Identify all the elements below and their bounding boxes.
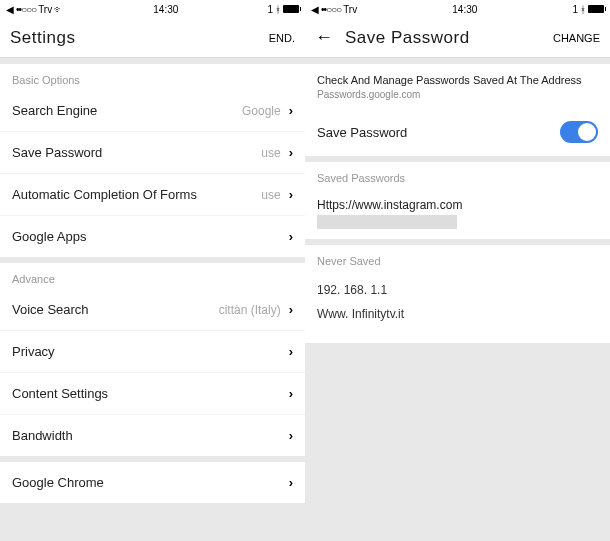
never-saved-item[interactable]: 192. 168. 1.1 <box>317 283 598 297</box>
row-label: Content Settings <box>12 386 289 401</box>
end-button[interactable]: END. <box>269 32 295 44</box>
status-left: ◀ ••○○○ Trv ᯤ <box>6 4 64 15</box>
never-saved-item[interactable]: Www. Infinitytv.it <box>317 307 598 321</box>
intro-text: Check And Manage Passwords Saved At The … <box>305 64 610 108</box>
row-label: Save Password <box>12 145 261 160</box>
status-time: 14:30 <box>452 4 477 15</box>
save-password-row[interactable]: Save Password use › <box>0 132 305 174</box>
status-right: 1ᚼ <box>572 4 604 15</box>
page-title: Settings <box>10 28 75 48</box>
chevron-right-icon: › <box>289 386 293 401</box>
status-time: 14:30 <box>153 4 178 15</box>
back-arrow-icon[interactable]: ← <box>315 27 333 48</box>
chevron-right-icon: › <box>289 187 293 202</box>
saved-url: Https://www.instagram.com <box>317 198 598 212</box>
row-value: use <box>261 188 280 202</box>
save-password-toggle-row: Save Password <box>305 108 610 156</box>
row-label: Google Apps <box>12 229 289 244</box>
status-left: ◀ ••○○○ Trv <box>311 4 357 15</box>
status-bar: ◀ ••○○○ Trv ᯤ 14:30 1ᚼ <box>0 0 305 18</box>
row-label: Save Password <box>317 125 560 140</box>
status-right: 1ᚼ <box>267 4 299 15</box>
autocomplete-forms-row[interactable]: Automatic Completion Of Forms use › <box>0 174 305 216</box>
google-apps-row[interactable]: Google Apps › <box>0 216 305 257</box>
row-label: Automatic Completion Of Forms <box>12 187 261 202</box>
voice-search-row[interactable]: Voice Search cittàn (Italy) › <box>0 289 305 331</box>
saved-passwords-header: Saved Passwords <box>305 162 610 188</box>
advance-section-header: Advance <box>0 263 305 289</box>
google-chrome-row[interactable]: Google Chrome › <box>0 462 305 503</box>
page-title: Save Password <box>345 28 470 48</box>
row-value: Google <box>242 104 281 118</box>
change-button[interactable]: CHANGE <box>553 32 600 44</box>
privacy-row[interactable]: Privacy › <box>0 331 305 373</box>
row-label: Bandwidth <box>12 428 289 443</box>
settings-header: Settings END. <box>0 18 305 58</box>
basic-section-header: Basic Options <box>0 64 305 90</box>
row-label: Voice Search <box>12 302 219 317</box>
chevron-right-icon: › <box>289 145 293 160</box>
row-label: Search Engine <box>12 103 242 118</box>
password-mask <box>317 215 457 229</box>
search-engine-row[interactable]: Search Engine Google › <box>0 90 305 132</box>
save-password-header: ← Save Password CHANGE <box>305 18 610 58</box>
save-password-toggle[interactable] <box>560 121 598 143</box>
bandwidth-row[interactable]: Bandwidth › <box>0 415 305 456</box>
passwords-link[interactable]: Passwords.google.com <box>317 89 598 100</box>
never-saved-header: Never Saved <box>305 245 610 271</box>
chevron-right-icon: › <box>289 428 293 443</box>
chevron-right-icon: › <box>289 103 293 118</box>
row-value: use <box>261 146 280 160</box>
content-settings-row[interactable]: Content Settings › <box>0 373 305 415</box>
saved-password-item[interactable]: Https://www.instagram.com <box>305 188 610 239</box>
chevron-right-icon: › <box>289 344 293 359</box>
row-value: cittàn (Italy) <box>219 303 281 317</box>
chevron-right-icon: › <box>289 475 293 490</box>
row-label: Google Chrome <box>12 475 289 490</box>
status-bar: ◀ ••○○○ Trv 14:30 1ᚼ <box>305 0 610 18</box>
row-label: Privacy <box>12 344 289 359</box>
chevron-right-icon: › <box>289 302 293 317</box>
chevron-right-icon: › <box>289 229 293 244</box>
